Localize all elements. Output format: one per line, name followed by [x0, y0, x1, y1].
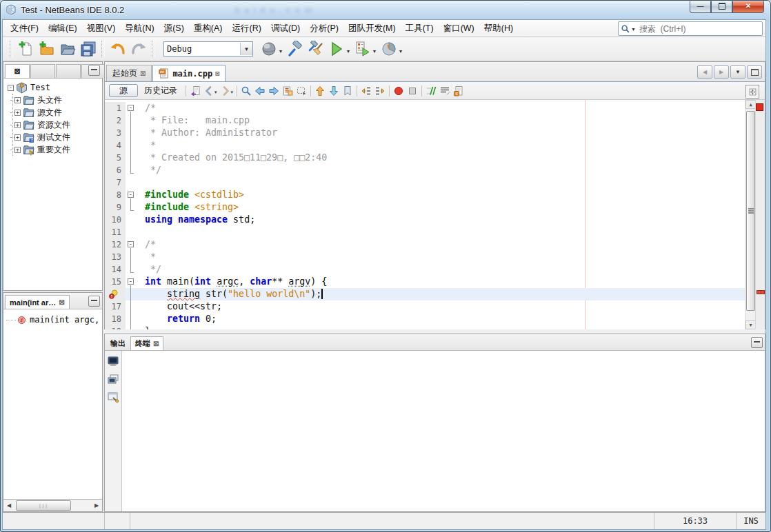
- minimize-panel-button[interactable]: [88, 296, 100, 307]
- editor-vscrollbar[interactable]: ▲ ▼: [745, 100, 756, 329]
- maximize-button[interactable]: [711, 0, 732, 13]
- rectangular-selection-button[interactable]: [294, 84, 308, 98]
- scroll-down-icon[interactable]: ▼: [745, 320, 756, 329]
- close-tab-icon[interactable]: ⊠: [59, 298, 64, 306]
- tab-output[interactable]: 输出: [106, 337, 130, 350]
- collapse-icon[interactable]: -: [8, 85, 14, 91]
- expand-icon[interactable]: +: [14, 122, 21, 128]
- code-line-15[interactable]: 15int main(int argc, char** argv) {: [105, 276, 765, 288]
- menu-item-5[interactable]: 重构(A): [189, 21, 228, 37]
- terminal-content[interactable]: [122, 351, 765, 511]
- clean-build-button[interactable]: [306, 39, 326, 59]
- scroll-left-icon[interactable]: ◀: [3, 500, 14, 511]
- profile-button[interactable]: [379, 39, 399, 59]
- code-line-2[interactable]: 2 * File: main.cpp: [105, 114, 765, 127]
- expand-icon[interactable]: +: [14, 134, 21, 141]
- code-line-8[interactable]: 8#include <cstdlib>: [105, 189, 765, 201]
- code-line-18[interactable]: 18 return 0;: [105, 313, 765, 325]
- navigator-tab[interactable]: main(int ar… ⊠: [5, 295, 70, 309]
- split-document-button[interactable]: [745, 85, 759, 99]
- stop-macro-button[interactable]: [392, 84, 405, 98]
- menu-item-3[interactable]: 导航(N): [120, 21, 159, 37]
- insert-code-button[interactable]: c: [452, 84, 465, 98]
- error-stripe[interactable]: [755, 100, 765, 329]
- back-button[interactable]: [202, 84, 216, 98]
- tab-list-dropdown-button[interactable]: ▼: [730, 65, 745, 79]
- expand-icon[interactable]: +: [14, 110, 21, 116]
- debug-button-dropdown-icon[interactable]: ▾: [373, 48, 376, 54]
- terminal-button[interactable]: [106, 354, 120, 368]
- fold-marker[interactable]: [126, 189, 137, 201]
- code-line-1[interactable]: 1/*: [105, 102, 765, 114]
- build-button[interactable]: [285, 39, 306, 59]
- save-all-button[interactable]: [78, 39, 99, 59]
- tree-item-1[interactable]: +源文件: [3, 106, 102, 119]
- close-tab-icon[interactable]: ⊠: [153, 340, 159, 347]
- scrollbar-thumb[interactable]: |||: [16, 500, 71, 511]
- undo-button[interactable]: [108, 39, 128, 59]
- code-line-11[interactable]: 11: [105, 226, 765, 238]
- code-line-4[interactable]: 4 *: [105, 139, 765, 152]
- terminal-settings-button[interactable]: [106, 390, 120, 404]
- start-macro-button[interactable]: [405, 84, 419, 98]
- close-tab-icon[interactable]: ⊠: [215, 70, 219, 77]
- code-line-16[interactable]: string str("hello world\n");: [105, 288, 765, 300]
- minimize-panel-button[interactable]: [751, 337, 763, 348]
- combo-dropdown-icon[interactable]: ▼: [240, 43, 252, 55]
- menu-item-12[interactable]: 帮助(H): [479, 21, 518, 37]
- open-project-button[interactable]: [57, 39, 78, 59]
- code-line-13[interactable]: 13 *: [105, 251, 765, 263]
- forward-button-dropdown-icon[interactable]: ▾: [231, 90, 234, 95]
- code-line-10[interactable]: 10using namespace std;: [105, 214, 765, 226]
- scroll-right-icon[interactable]: ▶: [91, 500, 102, 511]
- minimize-button[interactable]: —: [690, 0, 711, 13]
- code-line-6[interactable]: 6 */: [105, 164, 765, 176]
- menu-item-1[interactable]: 编辑(E): [43, 21, 82, 37]
- new-project-button[interactable]: [37, 39, 57, 59]
- profile-button-dropdown-icon[interactable]: ▾: [399, 48, 402, 54]
- fold-marker[interactable]: [126, 276, 137, 288]
- uncomment-button[interactable]: [438, 84, 452, 98]
- search-input[interactable]: [638, 23, 762, 34]
- scroll-tabs-right-button[interactable]: ▶: [714, 65, 729, 79]
- previous-bookmark-button[interactable]: [313, 84, 327, 98]
- code-line-5[interactable]: 5 * Created on 2015□11□29□, □□2:40: [105, 152, 765, 164]
- forward-button[interactable]: [219, 84, 232, 98]
- run-button-dropdown-icon[interactable]: ▾: [347, 48, 350, 54]
- minimize-panel-button[interactable]: [88, 65, 100, 76]
- search-scope-dropdown-icon[interactable]: ▼: [631, 27, 636, 32]
- gutter-error-hint-icon[interactable]: [105, 288, 126, 300]
- highlight-search-button[interactable]: [281, 84, 294, 98]
- navigator-item-0[interactable]: fmain(int argc,: [3, 314, 102, 326]
- navigator-hscrollbar[interactable]: ◀ ||| ▶: [3, 499, 102, 511]
- set-configuration-button-dropdown-icon[interactable]: ▾: [279, 48, 282, 54]
- code-line-3[interactable]: 3 * Author: Administrator: [105, 127, 765, 139]
- menu-item-8[interactable]: 分析(P): [305, 21, 343, 37]
- scroll-up-icon[interactable]: ▲: [745, 100, 756, 109]
- project-tree[interactable]: -Test+头文件+源文件+资源文件+T测试文件+重要文件: [3, 79, 102, 290]
- search-icon[interactable]: [621, 24, 630, 34]
- new-terminal-button[interactable]: [106, 372, 120, 386]
- close-tab-icon[interactable]: ⊠: [140, 70, 146, 77]
- shift-line-left-button[interactable]: [359, 84, 373, 98]
- menu-item-7[interactable]: 调试(D): [266, 21, 305, 37]
- projects-tab-1[interactable]: [30, 64, 55, 78]
- menu-item-0[interactable]: 文件(F): [6, 21, 43, 37]
- menu-item-4[interactable]: 源(S): [159, 21, 189, 37]
- toggle-bookmark-button[interactable]: [341, 84, 354, 98]
- tree-item-0[interactable]: +头文件: [3, 94, 102, 106]
- code-line-17[interactable]: 17 cout<<str;: [105, 300, 765, 313]
- code-line-12[interactable]: 12/*: [105, 238, 765, 251]
- maximize-editor-button[interactable]: [747, 65, 762, 79]
- scroll-tabs-left-button[interactable]: ◀: [697, 65, 712, 79]
- code-line-14[interactable]: 14 */: [105, 263, 765, 276]
- comment-button[interactable]: [424, 84, 438, 98]
- tree-item-3[interactable]: +T测试文件: [3, 131, 102, 143]
- tree-item-4[interactable]: +重要文件: [3, 143, 102, 156]
- title-bar[interactable]: Test - NetBeans IDE 8.0.2 baidu.com — ✕: [0, 0, 771, 19]
- menu-item-6[interactable]: 运行(R): [228, 21, 266, 37]
- tree-root-test[interactable]: -Test: [3, 81, 102, 94]
- tab-main-cpp[interactable]: cc main.cpp ⊠: [152, 65, 226, 81]
- last-edit-button[interactable]: [188, 84, 202, 98]
- menu-item-11[interactable]: 窗口(W): [439, 21, 479, 37]
